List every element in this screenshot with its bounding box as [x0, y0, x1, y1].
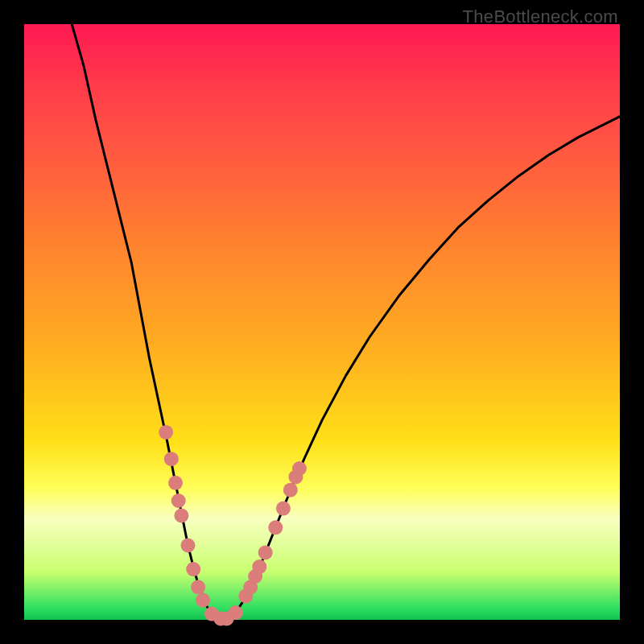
curve-marker [229, 605, 243, 620]
curve-marker [292, 461, 307, 476]
curve-marker [268, 520, 283, 535]
curve-marker [181, 539, 196, 553]
curve-marker [283, 483, 298, 497]
watermark-text: TheBottleneck.com [463, 6, 618, 27]
curve-marker [276, 502, 291, 516]
curve-marker [258, 545, 273, 559]
curve-marker [164, 452, 179, 466]
curve-marker [168, 476, 183, 490]
curve-marker [159, 425, 173, 440]
chart-frame [24, 24, 620, 620]
curve-marker [191, 580, 205, 594]
curve-marker [252, 559, 266, 574]
curve-marker [171, 493, 186, 508]
curve-marker [196, 593, 210, 608]
curve-marker [174, 509, 188, 523]
curve-marker [186, 562, 200, 576]
bottleneck-curve [72, 24, 620, 620]
chart-svg [24, 24, 620, 620]
curve-markers [159, 425, 307, 626]
